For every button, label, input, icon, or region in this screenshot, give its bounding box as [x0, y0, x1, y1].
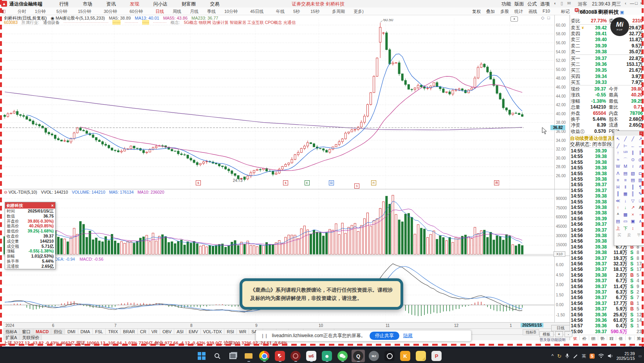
draw-tool-icon-13-0[interactable]: 上 — [614, 225, 622, 232]
period-月线[interactable]: 月线 — [190, 9, 198, 15]
indicator-扩展A[interactable]: 扩展A — [3, 335, 20, 341]
sticky-notes-icon[interactable] — [414, 350, 428, 362]
draw-tool-icon-0-1[interactable]: ╱ — [622, 136, 629, 143]
indicator-关联报价[interactable]: 关联报价 — [20, 335, 42, 341]
taskbar-clock[interactable]: 21:392025/1/15 — [617, 351, 635, 361]
period-15秒[interactable]: 15秒 — [310, 9, 319, 15]
event-marker-E[interactable]: E — [305, 180, 310, 185]
indicator-指标A[interactable]: 指标A — [3, 329, 20, 335]
price-pane[interactable]: 60.5024.73 — [3, 19, 570, 189]
windows-start-icon[interactable] — [195, 350, 208, 362]
volume-icon[interactable] — [608, 354, 613, 358]
period-1分钟[interactable]: 1分钟 — [35, 9, 46, 15]
draw-tool-icon-7-2[interactable]: ┃ — [629, 184, 637, 191]
camera-app-icon[interactable] — [383, 350, 396, 362]
draw-tool-icon-4-2[interactable]: ≀ — [629, 163, 637, 170]
qq-icon[interactable]: Q — [352, 350, 365, 362]
menu-right-3[interactable]: 选项 — [540, 1, 550, 7]
tool-复权[interactable]: 复权 — [472, 9, 481, 15]
period-多周期[interactable]: 多周期 — [332, 9, 345, 15]
palette-footer-平[interactable]: 平 — [637, 232, 641, 238]
ime-language-indicator[interactable]: 英 — [582, 353, 586, 359]
mic-icon[interactable] — [565, 353, 570, 359]
draw-tool-icon-11-2[interactable]: × — [629, 211, 637, 218]
hidden-icons-chevron[interactable]: ^ — [552, 353, 554, 359]
event-marker-S[interactable]: S — [354, 183, 359, 189]
menu-right-1[interactable]: 版面 — [514, 1, 524, 7]
event-marker-目[interactable]: 目 — [329, 180, 334, 185]
event-marker-$[interactable]: $ — [283, 180, 288, 185]
tool-标记[interactable]: 标记 — [561, 9, 570, 15]
draw-tool-icon-11-1[interactable]: ▩ — [622, 211, 629, 218]
menu-item-3[interactable]: 资讯 — [106, 1, 116, 7]
draw-tool-icon-3-2[interactable]: ⊙ — [629, 156, 637, 163]
draw-tool-icon-9-1[interactable]: ↓ — [622, 198, 629, 205]
overlay-icon[interactable]: □ — [547, 15, 550, 20]
kk-app-icon[interactable]: K — [399, 350, 412, 362]
draw-tool-icon-8-2[interactable]: ║ — [629, 191, 637, 198]
file-explorer-icon[interactable] — [242, 350, 255, 362]
zoom-in-button[interactable]: + — [555, 331, 563, 337]
green-chat-app-icon[interactable]: ☻ — [320, 350, 334, 362]
tool-多股[interactable]: 多股 — [500, 9, 509, 15]
draw-tool-icon-13-1[interactable]: 下 — [622, 225, 629, 232]
draw-tool-icon-5-0[interactable]: Λ — [614, 170, 622, 177]
nav-back-icon[interactable]: ‹ — [625, 1, 626, 5]
sync-icon[interactable]: ↻ — [557, 353, 561, 359]
phone-icon[interactable]: ▯ — [561, 1, 563, 6]
indicator-TRIX[interactable]: TRIX — [106, 329, 121, 335]
indicator-WR[interactable]: WR — [237, 329, 249, 335]
tool-画线[interactable]: 画线 — [529, 9, 537, 15]
zoom-out-button[interactable]: - — [565, 331, 572, 337]
indicator-FSL[interactable]: FSL — [93, 329, 106, 335]
draw-tool-icon-10-1[interactable]: ↓ — [622, 204, 629, 211]
tdx-app-icon[interactable] — [273, 350, 287, 362]
menu-item-7[interactable]: 交易 — [210, 1, 220, 7]
camera-icon[interactable] — [511, 16, 518, 22]
draw-tool-icon-1-1[interactable]: ⊢ — [622, 143, 629, 150]
pause-icon[interactable]: ❙❙ — [261, 333, 268, 338]
menu-item-5[interactable]: 问小达 — [153, 1, 168, 7]
diamond-icon[interactable]: ◇ — [541, 15, 544, 20]
period-5分钟[interactable]: 5分钟 — [56, 9, 67, 15]
mi-app-icon[interactable]: MJ — [367, 350, 381, 362]
task-view-icon[interactable] — [226, 350, 240, 362]
draw-tool-icon-2-1[interactable]: ¹²³ — [622, 149, 629, 156]
palette-header[interactable]: × — [614, 131, 644, 136]
search-icon[interactable] — [211, 350, 224, 362]
draw-tool-icon-8-0[interactable]: ┃ — [614, 191, 622, 198]
indicator-EMV[interactable]: EMV — [186, 329, 201, 335]
palette-footer-买[interactable]: 买 — [617, 232, 621, 238]
event-marker-$[interactable]: $ — [196, 180, 201, 185]
vol-pane-icon[interactable]: ⊖ — [4, 190, 9, 194]
indicator-CR[interactable]: CR — [138, 329, 149, 335]
draw-tool-icon-3-0[interactable]: ≈ — [614, 156, 622, 163]
draw-tool-icon-12-2[interactable]: ▣ — [629, 218, 637, 225]
event-marker-商[interactable]: 商 — [494, 180, 499, 185]
popup-close-icon[interactable]: × — [51, 202, 54, 209]
volume-pane[interactable] — [3, 189, 570, 256]
user-label[interactable]: 游客 — [578, 1, 587, 7]
indicator-OBV[interactable]: OBV — [160, 329, 174, 335]
draw-tool-icon-7-1[interactable]: ‖ — [622, 184, 629, 191]
draw-tool-icon-0-0[interactable]: ↖ — [614, 136, 622, 143]
indicator-DMA[interactable]: DMA — [78, 329, 93, 335]
menu-right-0[interactable]: 功能 — [501, 1, 511, 7]
period-15分钟[interactable]: 15分钟 — [78, 9, 91, 15]
draw-tool-icon-9-2[interactable]: ▽ — [629, 198, 637, 205]
lamp-icon[interactable]: ◐ — [554, 1, 557, 5]
pdf-app-icon[interactable]: P — [430, 350, 443, 362]
minimize-icon[interactable]: — — [630, 1, 634, 5]
chrome-icon[interactable] — [258, 350, 271, 362]
w6-app-icon[interactable]: w6 — [305, 350, 318, 362]
stop-sharing-button[interactable]: 停止共享 — [370, 332, 399, 340]
draw-tool-icon-1-0[interactable]: ╱ — [614, 143, 622, 150]
period-季线[interactable]: 季线 — [207, 9, 216, 15]
indicator-ASI[interactable]: ASI — [174, 329, 186, 335]
tool-叠加[interactable]: 叠加 — [486, 9, 495, 15]
indicator-RSI[interactable]: RSI — [224, 329, 236, 335]
menu-item-0[interactable]: 通达信金融终端 — [9, 1, 42, 7]
indicator-MACD[interactable]: MACD — [33, 329, 51, 335]
maximize-icon[interactable]: □ — [635, 1, 638, 5]
indicator-VR[interactable]: VR — [149, 329, 160, 335]
